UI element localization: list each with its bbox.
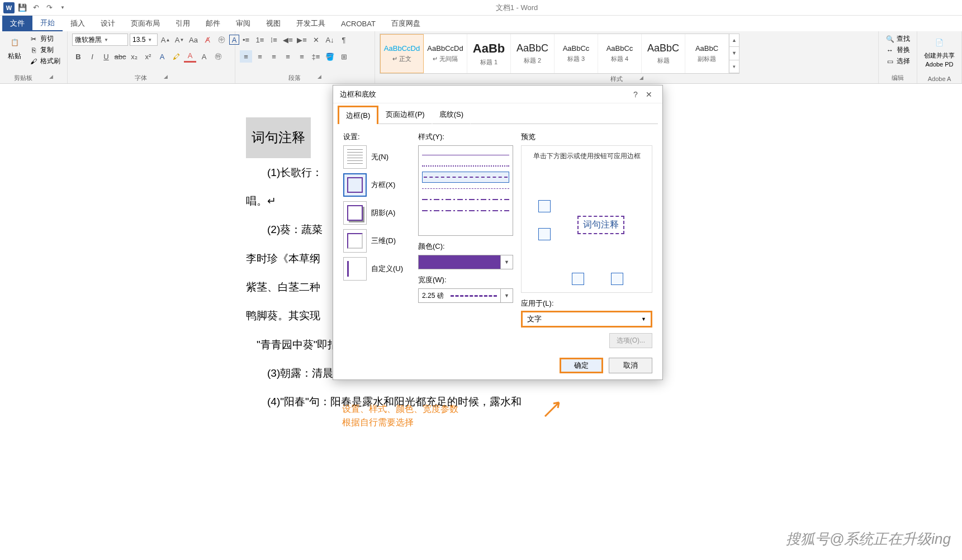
- tab-developer[interactable]: 开发工具: [288, 16, 333, 31]
- font-launcher[interactable]: ◢: [164, 74, 168, 82]
- line-spacing-icon[interactable]: ‡≡: [310, 50, 322, 63]
- preview-right-btn[interactable]: [611, 273, 623, 285]
- shrink-font-icon[interactable]: A▼: [173, 34, 186, 46]
- clipboard-launcher[interactable]: ◢: [49, 74, 53, 82]
- superscript-icon[interactable]: x²: [142, 50, 154, 63]
- style-list[interactable]: [418, 145, 513, 236]
- adobe-create-button[interactable]: 📄 创建并共享 Adobe PD: [922, 34, 957, 69]
- style-line-dashed[interactable]: [422, 172, 509, 183]
- italic-icon[interactable]: I: [86, 50, 98, 63]
- tab-home[interactable]: 开始: [32, 16, 63, 31]
- setting-shadow[interactable]: 阴影(A): [343, 201, 410, 225]
- distribute-icon[interactable]: ≡: [296, 50, 308, 63]
- find-button[interactable]: 🔍查找: [883, 34, 912, 44]
- setting-box[interactable]: 方框(X): [343, 173, 410, 197]
- font-size-combo[interactable]: 13.5▼: [130, 34, 158, 46]
- phonetic-icon[interactable]: ㊥: [215, 34, 228, 46]
- clear-format-icon[interactable]: A̸: [201, 34, 214, 46]
- preview-bottom-btn[interactable]: [538, 228, 551, 240]
- shading-icon[interactable]: 🪣: [324, 50, 336, 63]
- style-heading3[interactable]: AaBbCc标题 3: [555, 34, 598, 73]
- tab-baidu[interactable]: 百度网盘: [383, 16, 428, 31]
- width-combo[interactable]: 2.25 磅▼: [418, 288, 513, 303]
- style-line-dashdot[interactable]: [422, 194, 509, 205]
- copy-button[interactable]: ⎘复制: [27, 45, 63, 55]
- numbering-icon[interactable]: 1≡: [254, 34, 266, 46]
- enclose-char-icon[interactable]: ㊕: [212, 50, 224, 63]
- font-name-combo[interactable]: 微软雅黑▼: [72, 34, 128, 46]
- align-right-icon[interactable]: ≡: [268, 50, 280, 63]
- style-line-dotted[interactable]: [422, 160, 509, 172]
- color-combo[interactable]: ▼: [418, 255, 513, 269]
- format-painter-button[interactable]: 🖌格式刷: [27, 56, 63, 67]
- tab-mailings[interactable]: 邮件: [198, 16, 228, 31]
- cut-button[interactable]: ✂剪切: [27, 34, 63, 44]
- tab-page-border[interactable]: 页面边框(P): [378, 106, 432, 124]
- chevron-down-icon[interactable]: ▼: [500, 255, 513, 269]
- undo-icon[interactable]: ↶: [30, 2, 41, 13]
- tab-references[interactable]: 引用: [168, 16, 198, 31]
- qat-dropdown-icon[interactable]: ▼: [57, 2, 68, 13]
- chevron-down-icon[interactable]: ▼: [500, 289, 513, 302]
- selected-heading[interactable]: 词句注释: [246, 117, 311, 158]
- text-direction-icon[interactable]: ✕: [310, 34, 322, 46]
- tab-design[interactable]: 设计: [93, 16, 123, 31]
- preview-top-btn[interactable]: [538, 200, 551, 212]
- setting-none[interactable]: 无(N): [343, 145, 410, 169]
- change-case-icon[interactable]: Aa: [187, 34, 200, 46]
- align-left-icon[interactable]: ≡: [240, 50, 252, 63]
- underline-icon[interactable]: U: [100, 50, 112, 63]
- style-heading1[interactable]: AaBb标题 1: [467, 34, 511, 73]
- cancel-button[interactable]: 取消: [609, 358, 652, 373]
- setting-3d[interactable]: 三维(D): [343, 229, 410, 253]
- justify-icon[interactable]: ≡: [282, 50, 294, 63]
- preview-left-btn[interactable]: [572, 273, 584, 285]
- tab-insert[interactable]: 插入: [63, 16, 93, 31]
- tab-border[interactable]: 边框(B): [338, 106, 378, 124]
- tab-review[interactable]: 审阅: [228, 16, 258, 31]
- text-effect-icon[interactable]: A: [156, 50, 168, 63]
- tab-acrobat[interactable]: ACROBAT: [333, 16, 383, 31]
- paste-button[interactable]: 📋 粘贴: [4, 34, 25, 62]
- char-shading-icon[interactable]: A: [198, 50, 210, 63]
- paragraph-launcher[interactable]: ◢: [317, 74, 321, 82]
- apply-to-combo[interactable]: 文字▼: [521, 311, 652, 328]
- highlight-icon[interactable]: 🖍: [170, 50, 182, 63]
- style-line-solid[interactable]: [422, 149, 509, 160]
- style-normal[interactable]: AaBbCcDd↵ 正文: [380, 34, 424, 73]
- sort-icon[interactable]: A↓: [324, 34, 336, 46]
- style-title[interactable]: AaBbC标题: [642, 34, 685, 73]
- borders-icon[interactable]: ⊞: [338, 50, 350, 63]
- help-icon[interactable]: ?: [629, 90, 642, 99]
- styles-gallery[interactable]: AaBbCcDd↵ 正文 AaBbCcDd↵ 无间隔 AaBb标题 1 AaBb…: [380, 34, 740, 74]
- style-heading2[interactable]: AaBbC标题 2: [511, 34, 555, 73]
- gallery-scroll[interactable]: ▲▼▾: [729, 34, 739, 73]
- close-icon[interactable]: ✕: [642, 90, 656, 99]
- setting-custom[interactable]: 自定义(U): [343, 257, 410, 281]
- replace-button[interactable]: ↔替换: [883, 45, 912, 55]
- font-color-icon[interactable]: A: [184, 50, 196, 63]
- style-line-dash2[interactable]: [422, 183, 509, 194]
- bullets-icon[interactable]: •≡: [240, 34, 252, 46]
- tab-shading[interactable]: 底纹(S): [432, 106, 471, 124]
- preview-canvas[interactable]: 词句注释: [527, 172, 646, 287]
- ok-button[interactable]: 确定: [560, 358, 603, 373]
- tab-view[interactable]: 视图: [258, 16, 288, 31]
- decrease-indent-icon[interactable]: ◀≡: [282, 34, 294, 46]
- select-button[interactable]: ▭选择: [883, 56, 912, 67]
- subscript-icon[interactable]: x₂: [128, 50, 140, 63]
- tab-file[interactable]: 文件: [2, 16, 32, 31]
- increase-indent-icon[interactable]: ▶≡: [296, 34, 308, 46]
- save-icon[interactable]: 💾: [17, 2, 28, 13]
- styles-launcher[interactable]: ◢: [639, 75, 643, 83]
- tab-layout[interactable]: 页面布局: [123, 16, 168, 31]
- style-heading4[interactable]: AaBbCc标题 4: [598, 34, 642, 73]
- bold-icon[interactable]: B: [72, 50, 84, 63]
- grow-font-icon[interactable]: A▲: [159, 34, 172, 46]
- style-subtitle[interactable]: AaBbC副标题: [685, 34, 729, 73]
- style-nospacing[interactable]: AaBbCcDd↵ 无间隔: [424, 34, 467, 73]
- multilevel-icon[interactable]: ⁞≡: [268, 34, 280, 46]
- style-line-dashdotdot[interactable]: [422, 205, 509, 216]
- strike-icon[interactable]: abc: [114, 50, 126, 63]
- redo-icon[interactable]: ↷: [44, 2, 55, 13]
